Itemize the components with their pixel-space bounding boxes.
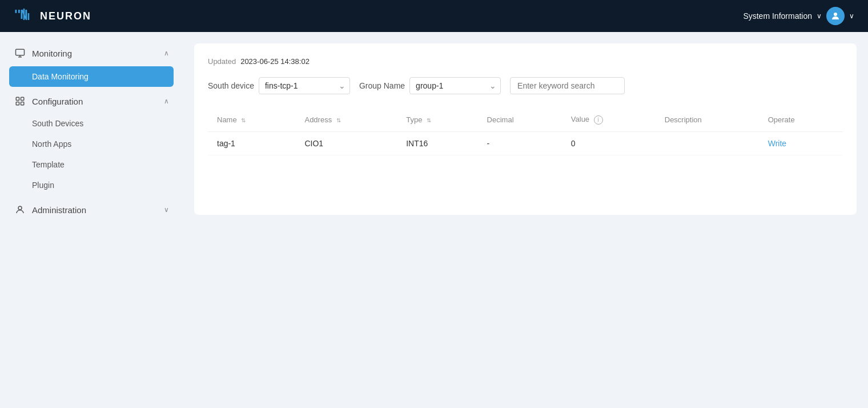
south-devices-label: South Devices bbox=[32, 119, 83, 128]
cell-value: 0 bbox=[562, 131, 656, 155]
sidebar-section-monitoring: Monitoring ∧ Data Monitoring bbox=[0, 41, 183, 87]
administration-icon bbox=[14, 203, 26, 216]
administration-label: Administration bbox=[32, 205, 164, 215]
sidebar-item-data-monitoring[interactable]: Data Monitoring bbox=[9, 66, 174, 87]
svg-point-4 bbox=[834, 13, 837, 16]
sidebar-section-monitoring-header[interactable]: Monitoring ∧ bbox=[0, 41, 183, 65]
south-device-select[interactable]: fins-tcp-1 bbox=[259, 77, 350, 94]
svg-rect-7 bbox=[21, 97, 24, 100]
configuration-label: Configuration bbox=[32, 97, 164, 106]
svg-rect-6 bbox=[16, 97, 19, 100]
sidebar-item-south-devices[interactable]: South Devices bbox=[0, 113, 183, 134]
template-label: Template bbox=[32, 160, 65, 169]
name-sort-icon: ⇅ bbox=[241, 117, 246, 123]
configuration-chevron-icon: ∧ bbox=[164, 97, 169, 105]
monitoring-chevron-icon: ∧ bbox=[164, 49, 169, 57]
svg-point-10 bbox=[18, 206, 22, 210]
cell-name: tag-1 bbox=[208, 131, 295, 155]
filters-row: South device fins-tcp-1 Group Name group… bbox=[208, 77, 843, 94]
main-content: Updated 2023-06-25 14:38:02 South device… bbox=[183, 32, 868, 408]
user-avatar[interactable] bbox=[826, 7, 845, 25]
configuration-icon bbox=[14, 95, 26, 107]
header: "N NEURON System Information ∨ ∨ bbox=[0, 0, 868, 32]
updated-label: Updated bbox=[208, 57, 236, 66]
sidebar-section-configuration-header[interactable]: Configuration ∧ bbox=[0, 89, 183, 113]
layout: Monitoring ∧ Data Monitoring Configurati bbox=[0, 32, 868, 408]
data-monitoring-label: Data Monitoring bbox=[32, 72, 89, 81]
system-info-chevron-icon[interactable]: ∨ bbox=[817, 12, 822, 20]
logo-icon: "N bbox=[14, 6, 34, 26]
col-name[interactable]: Name ⇅ bbox=[208, 108, 295, 131]
svg-rect-9 bbox=[21, 102, 24, 105]
sidebar-item-north-apps[interactable]: North Apps bbox=[0, 134, 183, 154]
updated-value: 2023-06-25 14:38:02 bbox=[240, 57, 310, 66]
north-apps-label: North Apps bbox=[32, 139, 71, 149]
south-device-filter: South device fins-tcp-1 bbox=[208, 77, 350, 94]
cell-description bbox=[656, 131, 759, 155]
cell-address: CIO1 bbox=[295, 131, 397, 155]
type-sort-icon: ⇅ bbox=[427, 117, 431, 123]
cell-decimal: - bbox=[478, 131, 562, 155]
south-device-select-wrapper: fins-tcp-1 bbox=[259, 77, 350, 94]
svg-rect-8 bbox=[16, 102, 19, 105]
write-button[interactable]: Write bbox=[768, 139, 786, 148]
updated-row: Updated 2023-06-25 14:38:02 bbox=[208, 57, 843, 66]
group-name-select-wrapper: group-1 bbox=[409, 77, 501, 94]
south-device-label: South device bbox=[208, 81, 254, 90]
sidebar-item-plugin[interactable]: Plugin bbox=[0, 175, 183, 195]
header-right: System Information ∨ ∨ bbox=[743, 7, 854, 25]
col-description: Description bbox=[656, 108, 759, 131]
cell-operate: Write bbox=[759, 131, 843, 155]
administration-chevron-icon: ∨ bbox=[164, 206, 169, 214]
keyword-search-input[interactable] bbox=[510, 77, 625, 94]
table-header: Name ⇅ Address ⇅ Type ⇅ Decimal bbox=[208, 108, 843, 131]
monitoring-icon bbox=[14, 47, 26, 59]
svg-text:"N: "N bbox=[14, 7, 27, 22]
content-card: Updated 2023-06-25 14:38:02 South device… bbox=[194, 43, 857, 215]
group-name-select[interactable]: group-1 bbox=[409, 77, 501, 94]
group-name-label: Group Name bbox=[359, 81, 405, 90]
col-value: Value i bbox=[562, 108, 656, 131]
value-info-icon: i bbox=[594, 115, 603, 125]
system-info-label[interactable]: System Information bbox=[743, 11, 812, 21]
col-operate: Operate bbox=[759, 108, 843, 131]
monitoring-label: Monitoring bbox=[32, 49, 164, 58]
sidebar-section-administration-header[interactable]: Administration ∨ bbox=[0, 198, 183, 222]
svg-rect-5 bbox=[16, 49, 25, 55]
user-menu-chevron-icon[interactable]: ∨ bbox=[849, 12, 854, 20]
data-table: Name ⇅ Address ⇅ Type ⇅ Decimal bbox=[208, 108, 843, 155]
col-decimal: Decimal bbox=[478, 108, 562, 131]
table-body: tag-1 CIO1 INT16 - 0 Write bbox=[208, 131, 843, 155]
col-type[interactable]: Type ⇅ bbox=[397, 108, 477, 131]
group-name-filter: Group Name group-1 bbox=[359, 77, 501, 94]
logo: "N NEURON bbox=[14, 6, 91, 26]
sidebar-section-configuration: Configuration ∧ South Devices North Apps… bbox=[0, 89, 183, 195]
table-row: tag-1 CIO1 INT16 - 0 Write bbox=[208, 131, 843, 155]
plugin-label: Plugin bbox=[32, 181, 54, 190]
sidebar-section-administration: Administration ∨ bbox=[0, 198, 183, 222]
address-sort-icon: ⇅ bbox=[336, 117, 341, 123]
col-address[interactable]: Address ⇅ bbox=[295, 108, 397, 131]
sidebar-item-template[interactable]: Template bbox=[0, 154, 183, 175]
sidebar: Monitoring ∧ Data Monitoring Configurati bbox=[0, 32, 183, 408]
cell-type: INT16 bbox=[397, 131, 477, 155]
logo-text: NEURON bbox=[40, 10, 91, 22]
